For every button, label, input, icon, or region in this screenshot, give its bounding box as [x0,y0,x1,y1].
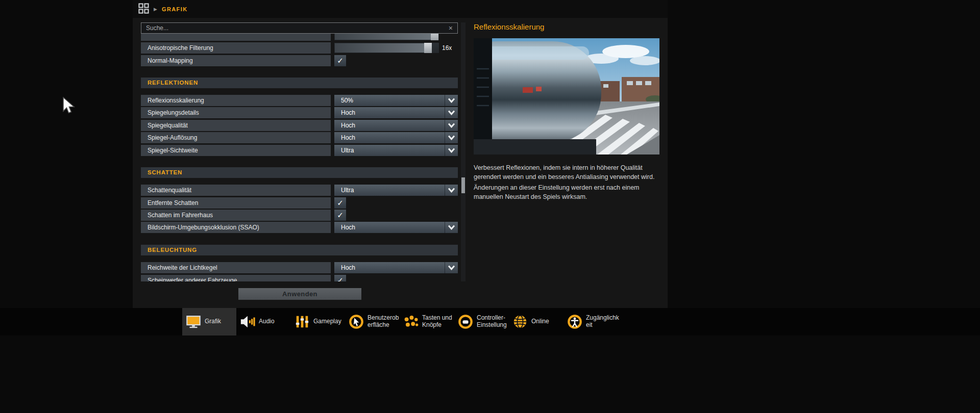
check-icon: ✓ [337,276,344,281]
detail-description: Verbessert Reflexionen, indem sie intern… [474,163,664,182]
schatten-fahrerhaus-checkbox[interactable]: ✓ [334,210,346,221]
setting-label-entfernte-schatten: Entfernte Schatten [141,197,331,209]
chevron-down-icon [445,222,458,233]
breadcrumb-arrow-icon: ▶ [154,7,157,12]
chevron-down-icon [445,145,458,156]
tab-benutzeroberflaeche[interactable]: Benutzeroberfläche [345,308,400,335]
slider-fill [335,43,432,53]
tab-controller-einstellung[interactable]: Controller-Einstellung [454,308,509,335]
dropdown-value: Ultra [341,145,354,156]
section-header-reflektionen: REFLEKTIONEN [141,78,458,88]
tab-label: Tasten und Knöpfe [422,315,454,329]
anisotropic-filtering-slider[interactable] [334,42,439,54]
clear-search-icon[interactable]: × [449,24,453,32]
tab-label: Grafik [205,318,221,325]
globe-icon [512,314,528,329]
setting-label-schatten-fahrerhaus: Schatten im Fahrerhaus [141,210,331,221]
check-icon: ✓ [337,56,344,65]
spiegelungsdetails-dropdown[interactable]: Hoch [334,107,458,118]
tab-zugaenglichkeit[interactable]: Zugänglichkeit [564,308,621,335]
dropdown-value: Hoch [341,262,355,273]
tab-bar: Grafik Audio Gameplay Benutzeroberfläche… [0,308,980,335]
dropdown-value: Hoch [341,132,355,143]
reflexionsskalierung-dropdown[interactable]: 50% [334,95,458,106]
setting-label-ssao: Bildschirm-Umgebungsokklusion (SSAO) [141,222,331,233]
tab-gameplay[interactable]: Gameplay [291,308,345,335]
tab-tasten-und-knoepfe[interactable]: Tasten und Knöpfe [400,308,454,335]
schattenqualitaet-dropdown[interactable]: Ultra [334,185,458,196]
chevron-down-icon [445,185,458,196]
search-value: Suche... [146,24,168,32]
reichweite-lichtkegel-dropdown[interactable]: Hoch [334,262,458,273]
section-header-beleuchtung: BELEUCHTUNG [141,245,458,255]
detail-title: Reflexionsskalierung [474,22,544,31]
setting-label-spiegelqualitaet: Spiegelqualität [141,120,331,131]
tab-label: Online [531,318,549,325]
preview-image [474,38,659,154]
chevron-down-icon [445,107,458,118]
setting-label-spiegel-sichtweite: Spiegel-Sichtweite [141,145,331,156]
dropdown-value: 50% [341,95,353,106]
cursor-circle-icon [349,314,364,329]
tab-grafik[interactable]: Grafik [182,308,236,335]
tab-label: Controller-Einstellung [477,315,509,329]
breadcrumb: ▶ GRAFIK [133,0,668,18]
setting-label-schattenqualitaet: Schattenqualität [141,185,331,196]
check-icon: ✓ [337,211,344,219]
dropdown-value: Hoch [341,120,355,131]
dropdown-value: Hoch [341,107,355,118]
speaker-icon [240,314,255,329]
normal-mapping-checkbox[interactable]: ✓ [334,55,346,66]
chevron-down-icon [445,95,458,106]
setting-label-scheinwerfer: Scheinwerfer anderer Fahrzeuge [141,275,331,281]
check-icon: ✓ [337,198,344,207]
chevron-down-icon [445,262,458,273]
setting-label-normal-mapping: Normal-Mapping [141,55,331,66]
settings-row-clipped-bottom: Scheinwerfer anderer Fahrzeuge ✓ [141,275,458,281]
tab-audio[interactable]: Audio [236,308,291,335]
chevron-down-icon [445,120,458,131]
buttons-dots-icon [403,314,419,329]
spiegel-sichtweite-dropdown[interactable]: Ultra [334,145,458,156]
chevron-down-icon [445,132,458,143]
spiegelqualitaet-dropdown[interactable]: Hoch [334,120,458,131]
dropdown-value: Hoch [341,222,355,233]
setting-label-anisotropic-filtering: Anisotropische Filterung [141,42,331,54]
settings-screen: ▶ GRAFIK Anisotropische Filterung 16x No… [0,0,980,413]
tab-label: Gameplay [313,318,341,325]
controller-icon [458,314,473,329]
detail-note: Änderungen an dieser Einstellung werden … [474,183,664,201]
scrollbar[interactable] [461,22,465,281]
menu-grid-button[interactable] [138,3,149,15]
search-input[interactable]: Suche... × [141,22,458,34]
setting-label-reflexionsskalierung: Reflexionsskalierung [141,95,331,106]
entfernte-schatten-checkbox[interactable]: ✓ [334,197,346,209]
tab-label: Zugänglichkeit [586,315,620,329]
scrollbar-thumb[interactable] [461,177,465,193]
tab-online[interactable]: Online [509,308,564,335]
setting-label-spiegelungsdetails: Spiegelungsdetails [141,107,331,118]
dropdown-value: Ultra [341,185,354,196]
tab-label: Benutzeroberfläche [368,315,401,329]
section-header-schatten: SCHATTEN [141,167,458,178]
tab-label: Audio [259,318,275,325]
scheinwerfer-checkbox[interactable]: ✓ [334,275,346,281]
ssao-dropdown[interactable]: Hoch [334,222,458,233]
mouse-cursor [62,97,77,117]
accessibility-icon [567,314,582,329]
spiegel-aufloesung-dropdown[interactable]: Hoch [334,132,458,143]
anisotropic-filtering-value: 16x [442,42,452,54]
setting-label-reichweite-lichtkegel: Reichweite der Lichtkegel [141,262,331,273]
apply-button[interactable]: Anwenden [238,288,361,300]
slider-handle[interactable] [424,43,432,53]
monitor-icon [186,314,201,329]
breadcrumb-section-label: GRAFIK [162,6,188,12]
grid-icon [138,3,149,15]
mixer-sliders-icon [295,314,310,329]
setting-label-spiegel-aufloesung: Spiegel-Auflösung [141,132,331,143]
